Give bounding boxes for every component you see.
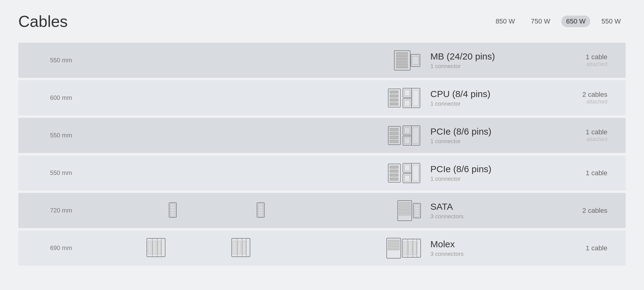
svg-rect-11 bbox=[390, 95, 398, 97]
connector-block-sata bbox=[397, 200, 421, 221]
svg-rect-72 bbox=[158, 241, 161, 254]
mid-connector-1-molex bbox=[146, 238, 166, 259]
svg-rect-77 bbox=[233, 241, 236, 254]
cable-name-pcie1: PCIe (8/6 pins) bbox=[430, 126, 552, 137]
svg-rect-81 bbox=[388, 240, 400, 242]
svg-rect-58 bbox=[399, 211, 411, 212]
svg-rect-28 bbox=[404, 138, 410, 144]
svg-rect-32 bbox=[390, 166, 398, 169]
cable-row-pcie2: 550 mm PCIe (8/6 pins)1 connector1 cable bbox=[18, 155, 626, 190]
svg-rect-55 bbox=[399, 202, 411, 204]
cable-name-cpu: CPU (8/4 pins) bbox=[430, 89, 552, 99]
svg-rect-89 bbox=[403, 241, 407, 255]
svg-rect-33 bbox=[390, 170, 398, 172]
svg-rect-84 bbox=[388, 248, 400, 250]
svg-rect-61 bbox=[414, 205, 419, 217]
wattage-btn[interactable]: 750 W bbox=[526, 16, 555, 27]
cable-count-pcie1: 1 cableattached bbox=[552, 128, 607, 143]
svg-rect-35 bbox=[390, 178, 398, 180]
wattage-btn[interactable]: 550 W bbox=[596, 16, 626, 27]
svg-rect-19 bbox=[413, 90, 419, 106]
cable-name-molex: Molex bbox=[430, 239, 552, 249]
header: Cables 850 W750 W650 W550 W bbox=[18, 12, 626, 31]
connector-block-cpu bbox=[388, 86, 421, 110]
svg-rect-91 bbox=[413, 241, 416, 255]
cable-inner-molex: 690 mm bbox=[18, 237, 626, 259]
cable-info-sata: SATA3 connectors bbox=[430, 201, 552, 220]
cable-row-pcie1: 550 mm PCIe (8/6 pins)1 connector1 cable… bbox=[18, 118, 626, 153]
svg-rect-59 bbox=[399, 213, 411, 215]
cable-length-pcie2: 550 mm bbox=[18, 169, 104, 176]
cable-count-main-molex: 1 cable bbox=[552, 244, 607, 252]
svg-rect-79 bbox=[243, 241, 246, 254]
svg-rect-90 bbox=[408, 241, 411, 255]
cable-name-sata: SATA bbox=[430, 201, 552, 212]
svg-rect-5 bbox=[396, 63, 408, 65]
cable-sub-pcie1: 1 connector bbox=[430, 138, 552, 145]
cable-count-main-pcie1: 1 cable bbox=[552, 128, 607, 136]
cable-info-molex: Molex3 connectors bbox=[430, 239, 552, 257]
cable-inner-pcie1: 550 mm PCIe (8/6 pins)1 connector1 cable… bbox=[18, 123, 626, 148]
svg-rect-17 bbox=[404, 100, 410, 106]
svg-rect-1 bbox=[396, 53, 408, 54]
svg-rect-15 bbox=[404, 90, 410, 96]
cable-count-sub-mb: attached bbox=[552, 61, 607, 67]
svg-rect-3 bbox=[396, 58, 408, 60]
page-title: Cables bbox=[18, 12, 68, 31]
mid-connector-1-sata bbox=[168, 202, 177, 219]
wattage-btn[interactable]: 850 W bbox=[491, 16, 520, 27]
cable-row-sata: 720 mm bbox=[18, 193, 626, 228]
svg-rect-39 bbox=[404, 175, 410, 181]
svg-rect-34 bbox=[390, 174, 398, 176]
cable-length-sata: 720 mm bbox=[18, 207, 104, 214]
svg-rect-30 bbox=[413, 128, 419, 143]
svg-rect-57 bbox=[399, 208, 411, 210]
cable-count-molex: 1 cable bbox=[552, 244, 607, 252]
wattage-btn[interactable]: 650 W bbox=[561, 16, 591, 27]
cable-count-main-sata: 2 cables bbox=[552, 207, 607, 215]
cable-count-main-mb: 1 cable bbox=[552, 53, 607, 61]
cable-inner-mb: 550 mm MB (24/20 pins)1 connector1 cable… bbox=[18, 48, 626, 73]
svg-rect-41 bbox=[413, 165, 419, 181]
cable-row-molex: 690 mm bbox=[18, 230, 626, 266]
svg-rect-49 bbox=[258, 204, 263, 216]
svg-rect-4 bbox=[396, 61, 408, 63]
cable-inner-sata: 720 mm bbox=[18, 200, 626, 221]
cable-inner-cpu: 600 mm CPU (8/4 pins)1 connector2 cables… bbox=[18, 86, 626, 110]
cable-length-pcie1: 550 mm bbox=[18, 132, 104, 139]
cable-sub-sata: 3 connectors bbox=[430, 213, 552, 220]
svg-rect-6 bbox=[396, 66, 408, 68]
cable-info-pcie1: PCIe (8/6 pins)1 connector bbox=[430, 126, 552, 145]
cable-sub-cpu: 1 connector bbox=[430, 100, 552, 107]
cable-row-mb: 550 mm MB (24/20 pins)1 connector1 cable… bbox=[18, 43, 626, 78]
cable-count-mb: 1 cableattached bbox=[552, 53, 607, 67]
cables-list: 550 mm MB (24/20 pins)1 connector1 cable… bbox=[18, 43, 626, 266]
cable-info-mb: MB (24/20 pins)1 connector bbox=[430, 51, 552, 70]
connector-block-mb bbox=[394, 48, 421, 73]
cable-count-cpu: 2 cablesattached bbox=[552, 91, 607, 105]
mid-connector-2-sata bbox=[256, 202, 265, 219]
cable-info-pcie2: PCIe (8/6 pins)1 connector bbox=[430, 164, 552, 182]
cable-info-cpu: CPU (8/4 pins)1 connector bbox=[430, 89, 552, 107]
cable-length-mb: 550 mm bbox=[18, 57, 104, 64]
svg-rect-8 bbox=[412, 56, 419, 65]
svg-rect-37 bbox=[404, 165, 410, 171]
cable-count-main-pcie2: 1 cable bbox=[552, 169, 607, 177]
svg-rect-70 bbox=[148, 241, 151, 254]
wattage-selector: 850 W750 W650 W550 W bbox=[491, 16, 626, 27]
cable-inner-pcie2: 550 mm PCIe (8/6 pins)1 connector1 cable bbox=[18, 161, 626, 185]
svg-rect-2 bbox=[396, 55, 408, 57]
svg-rect-71 bbox=[153, 241, 156, 254]
svg-rect-22 bbox=[390, 132, 398, 135]
cable-row-cpu: 600 mm CPU (8/4 pins)1 connector2 cables… bbox=[18, 80, 626, 115]
cable-count-sub-pcie1: attached bbox=[552, 136, 607, 143]
svg-rect-56 bbox=[399, 205, 411, 207]
svg-rect-23 bbox=[390, 136, 398, 139]
svg-rect-13 bbox=[390, 103, 398, 105]
svg-rect-24 bbox=[390, 140, 398, 143]
cable-sub-pcie2: 1 connector bbox=[430, 176, 552, 182]
connector-block-molex bbox=[386, 237, 421, 259]
cable-count-pcie2: 1 cable bbox=[552, 169, 607, 177]
connector-block-pcie1 bbox=[388, 123, 421, 148]
connector-block-pcie2 bbox=[388, 161, 421, 185]
